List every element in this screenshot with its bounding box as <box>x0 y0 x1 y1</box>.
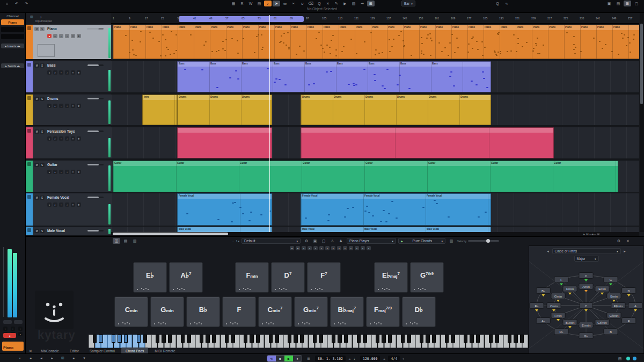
circle-node-D♭[interactable]: D♭ <box>554 329 568 335</box>
track-control-button[interactable]: ≡ <box>71 34 75 38</box>
solo-button[interactable]: S <box>40 63 45 68</box>
track-control-button[interactable]: ▪ <box>59 202 63 207</box>
mixconsole-icon[interactable]: ▤ <box>614 1 622 6</box>
black-key[interactable] <box>200 335 203 343</box>
track-control-button[interactable]: ✱ <box>77 202 81 207</box>
circle-node-F[interactable]: F <box>554 277 568 286</box>
black-key[interactable] <box>489 335 493 343</box>
workspaces-icon[interactable]: ⊞ <box>624 1 631 6</box>
next-key-icon[interactable]: ▸ <box>623 248 627 254</box>
circle-node-B♭min[interactable]: B♭min <box>563 320 577 329</box>
pad-remote-mini-button[interactable]: ▪ <box>325 246 330 250</box>
cycle-button[interactable]: ⟲ <box>267 356 276 361</box>
split-tool-icon[interactable]: ✂ <box>290 1 297 6</box>
channel-section-sends[interactable]: ▸ Sends ◂▸ <box>1 63 24 68</box>
audition-icon[interactable]: ∿ <box>503 1 510 6</box>
solo-button[interactable]: S <box>40 229 45 233</box>
channel-footer-track-label[interactable]: Piano <box>2 342 24 351</box>
circle-node-G[interactable]: G <box>604 277 618 286</box>
track-lane-piano[interactable]: PianoPianoPianoPianoPianoPianoPianoPiano… <box>111 25 639 59</box>
channel-mini-button[interactable]: ▪ <box>18 332 23 336</box>
acoustic-feedback-icon[interactable]: ♪ <box>264 1 272 6</box>
circle-node-A[interactable]: A <box>628 303 642 312</box>
chord-pad-G7bb9[interactable]: G7/♭9 <box>410 262 444 293</box>
track-lane-percussion-toys[interactable] <box>111 127 639 158</box>
solo-button[interactable]: S <box>40 196 45 200</box>
click-icon[interactable]: ⊞ <box>59 355 67 361</box>
clip-drums[interactable]: DrumsDrumsDrums <box>177 95 272 125</box>
solo-button[interactable]: S <box>40 129 45 134</box>
black-key[interactable] <box>332 335 335 343</box>
black-key[interactable] <box>156 335 159 343</box>
clip-intro[interactable]: Intro <box>142 95 177 125</box>
black-key[interactable] <box>93 335 97 343</box>
pad-remote-mini-button[interactable]: ▪ <box>302 246 306 250</box>
circle-node-B[interactable]: B <box>604 329 618 335</box>
track-lane-bass[interactable]: BassBassBassBassBassBassBassBassBass <box>111 61 639 92</box>
tempo-stepper[interactable]: ◂▸ <box>383 357 385 360</box>
track-control-button[interactable]: ▪ <box>59 136 63 141</box>
prev-key-icon[interactable]: ◂ <box>546 248 551 254</box>
mute-button[interactable]: M <box>34 229 39 233</box>
monitor-icon[interactable]: ▤ <box>255 1 263 6</box>
black-key[interactable] <box>137 335 141 343</box>
h-scroll-thumb[interactable] <box>113 233 228 235</box>
close-lower-zone-icon[interactable]: ✕ <box>624 238 632 244</box>
circle-node-D[interactable]: D <box>622 288 636 297</box>
track-control-button[interactable]: ▸ <box>53 136 57 141</box>
undo-icon[interactable]: ↶ <box>13 1 20 6</box>
count-in-icon[interactable]: ● <box>70 355 77 361</box>
channel-mini-button[interactable]: ▪ <box>11 327 15 331</box>
black-key[interactable] <box>225 335 229 343</box>
play-button[interactable]: ▶ <box>284 356 293 361</box>
track-control-button[interactable]: ♪ <box>65 170 69 174</box>
track-volume-slider[interactable] <box>87 131 104 132</box>
track-volume-slider[interactable] <box>87 98 104 99</box>
circle-node-E♭min[interactable]: E♭min <box>579 322 593 328</box>
circle-node-G♯min[interactable]: G♯min <box>595 320 609 325</box>
functions-icon[interactable]: ⚙ <box>615 238 623 244</box>
black-key[interactable] <box>476 335 480 343</box>
black-key[interactable] <box>470 335 473 343</box>
track-lane-female-vocal[interactable]: Female VocalFemale VocalFemale VocalFema… <box>111 193 639 226</box>
black-key[interactable] <box>338 335 341 343</box>
chord-pad-setup-icon[interactable]: ⚙ <box>303 238 310 244</box>
black-key[interactable] <box>319 335 323 343</box>
track-control-button[interactable]: ♪ <box>65 104 69 108</box>
black-key[interactable] <box>382 335 385 343</box>
black-key[interactable] <box>357 335 361 343</box>
channel-mini-button[interactable]: ▪ <box>3 327 8 331</box>
channel-value-box-1[interactable] <box>1 27 24 32</box>
track-row-guitar[interactable]: MSGuitar●▸▪♪≡✱ <box>26 161 111 193</box>
track-control-button[interactable]: ✱ <box>77 34 81 38</box>
black-key[interactable] <box>313 335 317 343</box>
black-key[interactable] <box>445 335 449 343</box>
automation-write-icon[interactable]: W <box>247 1 254 6</box>
black-key[interactable] <box>143 335 147 343</box>
position-display[interactable]: 80. 1. 3.102 <box>315 356 346 361</box>
black-key[interactable] <box>300 335 304 343</box>
track-control-button[interactable]: ♪ <box>65 202 69 207</box>
black-key[interactable] <box>250 335 253 343</box>
chord-pad-Cmin[interactable]: Cmin <box>114 296 148 327</box>
track-row-percussion-toys[interactable]: MSPercussion Toys●▸▪♪≡✱ <box>26 127 111 160</box>
pad-remote-mini-button[interactable]: ▪ <box>343 246 347 250</box>
black-key[interactable] <box>420 335 423 343</box>
solo-button[interactable]: S <box>40 163 45 167</box>
track-control-button[interactable]: ● <box>47 170 52 174</box>
black-key[interactable] <box>426 335 429 343</box>
draw-tool-icon[interactable]: ✎ <box>333 1 340 6</box>
black-key[interactable] <box>294 335 297 343</box>
track-control-button[interactable]: ● <box>47 136 52 141</box>
chord-pad-Gmin7[interactable]: Gmin7 <box>294 296 328 327</box>
midi-out-icon[interactable]: ● <box>27 355 34 361</box>
track-control-button[interactable]: ≡ <box>71 70 75 75</box>
clip-piano[interactable]: PianoPianoPianoPianoPianoPianoPianoPiano… <box>113 25 639 59</box>
track-control-button[interactable]: ≡ <box>71 136 75 141</box>
audio-in-icon[interactable]: ◂ <box>38 355 45 361</box>
chord-pad-Bb[interactable]: B♭ <box>186 296 220 327</box>
black-key[interactable] <box>99 335 103 343</box>
circle-node-G♭[interactable]: G♭ <box>579 333 593 339</box>
chord-pad-Eb[interactable]: E♭ <box>133 262 167 293</box>
track-control-button[interactable]: ● <box>47 202 52 207</box>
